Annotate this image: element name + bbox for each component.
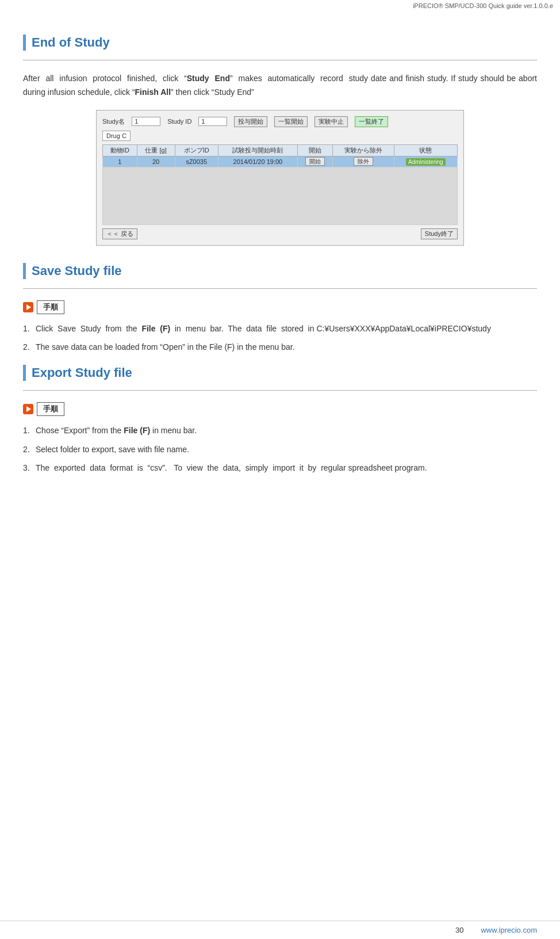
- export-step-2: 2. Select folder to export, save with fi…: [23, 443, 537, 456]
- ss-btn-shuryo: 一覧終了: [355, 116, 388, 127]
- save-tejun-badge: 手順: [23, 300, 537, 314]
- table-row: 1 20 sZ0035 2014/01/20 19:00 開始 除外 Admin…: [103, 156, 458, 167]
- export-step-3: 3. The exported data format is “csv”. To…: [23, 461, 537, 474]
- ss-btn-chushi: 実験中止: [314, 116, 348, 127]
- step-num-1: 1.: [23, 322, 36, 335]
- export-tejun-label: 手順: [37, 402, 64, 416]
- section-divider-1: [23, 60, 537, 60]
- ss-study-name-val: 1: [132, 117, 160, 126]
- end-of-study-heading: End of Study: [23, 35, 537, 51]
- export-step-text-1: Chose “Export” from the File (F) in menu…: [36, 424, 537, 437]
- tejun-play-icon-2: [23, 404, 33, 414]
- export-step-num-3: 3.: [23, 461, 36, 474]
- step-num-2: 2.: [23, 341, 36, 353]
- step-text-1: Click Save Study from the File (F) in me…: [36, 322, 537, 335]
- export-steps-list: 1. Chose “Export” from the File (F) in m…: [23, 424, 537, 474]
- ss-btn-tosho: 投与開始: [234, 116, 267, 127]
- ss-th-exclude: 実験から除外: [332, 144, 394, 156]
- ss-topbar: Study名 1 Study ID 1 投与開始 一覧開始 実験中止 一覧終了: [102, 116, 458, 127]
- ss-td-start: 開始: [297, 156, 332, 167]
- save-study-title: Save Study file: [32, 264, 122, 278]
- save-tejun-label: 手順: [37, 300, 64, 314]
- export-step-1: 1. Chose “Export” from the File (F) in m…: [23, 424, 537, 437]
- ss-th-pumpid: ポンプID: [175, 144, 218, 156]
- ss-bottombar: ＜＜ 戻る Study終了: [102, 228, 458, 239]
- ss-td-exclude: 除外: [332, 156, 394, 167]
- page-header: iPRECIO® SMP/UCD-300 Quick guide ver.1.0…: [0, 0, 560, 12]
- export-tejun-badge: 手順: [23, 402, 537, 416]
- end-of-study-title: End of Study: [32, 35, 110, 50]
- screenshot-mockup: Study名 1 Study ID 1 投与開始 一覧開始 実験中止 一覧終了 …: [96, 110, 464, 246]
- save-study-heading: Save Study file: [23, 263, 537, 279]
- ss-td-animalid: 1: [103, 156, 137, 167]
- bold-study-end: Study End: [187, 74, 230, 83]
- bold-file-f-2: File (F): [124, 426, 150, 435]
- export-study-title: Export Study file: [32, 365, 132, 380]
- export-step-num-2: 2.: [23, 443, 36, 456]
- ss-study-id-label: Study ID: [167, 118, 191, 125]
- footer-page-number: 30: [455, 926, 463, 934]
- section-divider-3: [23, 390, 537, 391]
- ss-th-status: 状態: [394, 144, 457, 156]
- export-step-num-1: 1.: [23, 424, 36, 437]
- ss-td-status: Administering: [394, 156, 457, 167]
- ss-data-table: 動物ID 仕重 [g] ポンプID 試験投与開始時刻 開始 実験から除外 状態 …: [102, 144, 458, 225]
- bold-file-f-1: File (F): [141, 324, 170, 333]
- heading-bar: [23, 35, 26, 51]
- ss-th-starttime: 試験投与開始時刻: [218, 144, 297, 156]
- export-study-heading: Export Study file: [23, 365, 537, 381]
- page-footer: 30 www.iprecio.com: [0, 921, 560, 939]
- export-step-text-2: Select folder to export, save with file …: [36, 443, 537, 456]
- step-text-2: The save data can be loaded from “Open” …: [36, 341, 537, 353]
- ss-drug-name: Drug C: [102, 131, 131, 141]
- heading-bar-2: [23, 263, 26, 279]
- section-divider-2: [23, 288, 537, 289]
- ss-btn-back: ＜＜ 戻る: [102, 228, 137, 239]
- footer-url: www.iprecio.com: [481, 926, 537, 934]
- ss-empty-rows: [103, 167, 458, 224]
- tejun-play-icon: [23, 302, 33, 312]
- ss-td-weight: 20: [137, 156, 175, 167]
- end-of-study-body: After all infusion protocol finished, cl…: [23, 72, 537, 100]
- ss-td-starttime: 2014/01/20 19:00: [218, 156, 297, 167]
- ss-th-animalid: 動物ID: [103, 144, 137, 156]
- ss-td-pumpid: sZ0035: [175, 156, 218, 167]
- ss-th-weight: 仕重 [g]: [137, 144, 175, 156]
- ss-btn-study-end: Study終了: [421, 228, 458, 239]
- ss-btn-ichiran: 一覧開始: [274, 116, 308, 127]
- ss-study-id-val: 1: [198, 117, 227, 126]
- header-title: iPRECIO® SMP/UCD-300 Quick guide ver.1.0…: [413, 2, 553, 9]
- ss-th-start: 開始: [297, 144, 332, 156]
- heading-bar-3: [23, 365, 26, 381]
- save-step-2: 2. The save data can be loaded from “Ope…: [23, 341, 537, 353]
- bold-finish-all: Finish All: [135, 87, 171, 97]
- ss-study-name-label: Study名: [102, 117, 125, 126]
- export-step-text-3: The exported data format is “csv”. To vi…: [36, 461, 537, 474]
- save-steps-list: 1. Click Save Study from the File (F) in…: [23, 322, 537, 354]
- save-step-1: 1. Click Save Study from the File (F) in…: [23, 322, 537, 335]
